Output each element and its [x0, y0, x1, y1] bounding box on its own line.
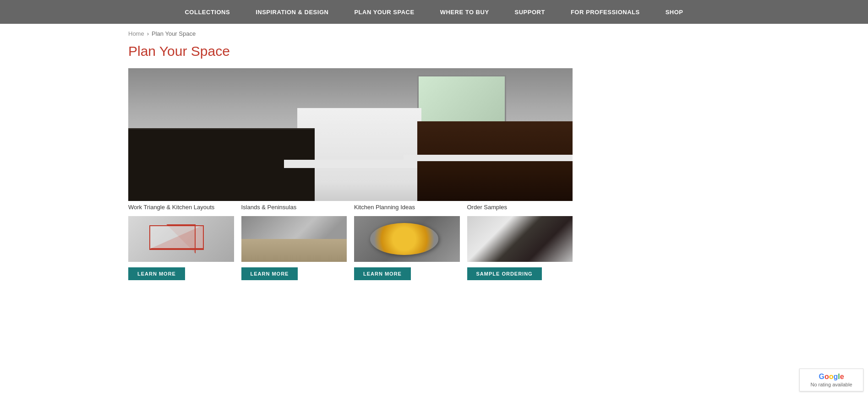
card-order-samples-title: Order Samples	[467, 204, 507, 212]
page-title: Plan Your Space	[128, 43, 740, 59]
thumb-sample-cabinets	[467, 216, 573, 262]
breadcrumb-current: Plan Your Space	[152, 30, 196, 37]
thumb-tape-measure	[354, 216, 460, 262]
breadcrumb: Home › Plan Your Space	[0, 24, 868, 43]
cabinets-dark	[417, 121, 573, 201]
breadcrumb-separator: ›	[147, 30, 149, 37]
main-content: Plan Your Space Work Triangle & Kitchen …	[0, 43, 868, 298]
nav-item-inspiration-design[interactable]: INSPIRATION & DESIGN	[243, 0, 341, 24]
cabinets-white	[297, 108, 422, 201]
learn-more-kitchen-planning-button[interactable]: LEARN MORE	[354, 267, 411, 280]
thumb-layout-diagram	[128, 216, 234, 262]
card-kitchen-planning-title: Kitchen Planning Ideas	[354, 204, 415, 212]
nav-bar: COLLECTIONS INSPIRATION & DESIGN PLAN YO…	[0, 0, 868, 24]
card-kitchen-planning-image	[354, 216, 460, 262]
nav-item-shop[interactable]: SHOP	[653, 0, 696, 24]
sample-ordering-button[interactable]: SAMPLE ORDERING	[467, 267, 542, 280]
nav-item-where-to-buy[interactable]: WHERE TO BUY	[427, 0, 502, 24]
card-work-triangle-title: Work Triangle & Kitchen Layouts	[128, 204, 214, 212]
card-kitchen-planning: Kitchen Planning Ideas LEARN MORE	[354, 204, 467, 280]
learn-more-work-triangle-button[interactable]: LEARN MORE	[128, 267, 185, 280]
nav-menu: COLLECTIONS INSPIRATION & DESIGN PLAN YO…	[0, 0, 868, 24]
learn-more-islands-button[interactable]: LEARN MORE	[241, 267, 298, 280]
nav-item-support[interactable]: SUPPORT	[502, 0, 558, 24]
nav-item-collections[interactable]: COLLECTIONS	[172, 0, 243, 24]
breadcrumb-home-link[interactable]: Home	[128, 30, 144, 37]
card-order-samples: Order Samples SAMPLE ORDERING	[467, 204, 573, 280]
thumb-islands-kitchen	[241, 216, 347, 262]
card-work-triangle-image	[128, 216, 234, 262]
window	[417, 75, 506, 128]
card-islands-image	[241, 216, 347, 262]
counter-white	[284, 160, 417, 168]
card-order-samples-image	[467, 216, 573, 262]
card-islands-peninsulas: Islands & Peninsulas LEARN MORE	[241, 204, 355, 280]
cards-section: Work Triangle & Kitchen Layouts LEARN MO…	[128, 204, 573, 280]
nav-item-for-professionals[interactable]: FOR PROFESSIONALS	[558, 0, 653, 24]
counter-right	[404, 155, 573, 162]
card-work-triangle: Work Triangle & Kitchen Layouts LEARN MO…	[128, 204, 241, 280]
nav-item-plan-your-space[interactable]: PLAN YOUR SPACE	[341, 0, 427, 24]
hero-image	[128, 68, 573, 201]
card-islands-title: Islands & Peninsulas	[241, 204, 297, 212]
kitchen-scene	[128, 68, 573, 201]
